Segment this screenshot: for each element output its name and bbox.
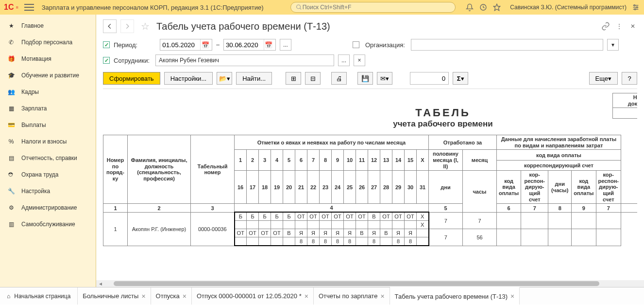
star-icon[interactable] (492, 3, 501, 12)
close-icon[interactable]: × (305, 292, 308, 300)
sidebar-item-reports[interactable]: ▤Отчетность, справки (0, 150, 96, 166)
th-paycode: код вида оплаты (497, 150, 621, 160)
sidebar-item-recruit[interactable]: ✆Подбор персонала (0, 34, 96, 51)
org-field[interactable] (413, 41, 601, 49)
org-input[interactable] (411, 39, 603, 51)
help-button[interactable]: ? (622, 72, 637, 85)
date-to-field[interactable] (226, 41, 264, 49)
link-icon[interactable] (601, 22, 610, 31)
home-tab[interactable]: ⌂ Начальная страница (0, 287, 78, 305)
sidebar-item-learning[interactable]: 🎓Обучение и развитие (0, 67, 96, 84)
th-day: 3 (259, 150, 271, 171)
calendar-icon[interactable]: 📅 (264, 39, 273, 50)
close-icon[interactable]: × (380, 292, 384, 300)
forward-button[interactable] (120, 19, 134, 33)
tab[interactable]: Отпуск 0000-000001 от 12.05.2020 *× (192, 287, 314, 305)
cell-hours (307, 221, 320, 229)
bell-icon[interactable] (465, 3, 474, 12)
org-checkbox[interactable] (353, 41, 359, 48)
cell-hours (283, 221, 295, 229)
sidebar-item-self[interactable]: ▥Самообслуживание (0, 216, 96, 233)
sidebar-item-safety[interactable]: ⛑Охрана труда (0, 166, 96, 183)
search-input[interactable] (303, 4, 451, 11)
th-day: X (417, 150, 429, 171)
global-search[interactable] (290, 2, 456, 13)
cell-mark: Я (332, 229, 344, 237)
emp-clear-button[interactable]: × (354, 54, 365, 66)
close-icon[interactable]: × (510, 292, 514, 300)
sidebar-item-salary[interactable]: ▦Зарплата (0, 100, 96, 117)
open-folder-button[interactable]: 📂▾ (217, 72, 232, 85)
sidebar-item-main[interactable]: ★Главное (0, 18, 96, 34)
doc-subtitle: учета рабочего времени (393, 119, 492, 129)
sidebar-item-label: Самообслуживание (21, 221, 75, 228)
sidebar-item-label: Главное (21, 22, 44, 29)
sidebar-item-label: Обучение и развитие (21, 72, 79, 79)
th-day: 28 (380, 171, 392, 204)
phone-icon: ✆ (7, 38, 16, 47)
sum-input[interactable] (410, 72, 449, 85)
sidebar-item-admin[interactable]: ⚙Администрирование (0, 199, 96, 216)
sidebar: ★Главное ✆Подбор персонала 🎁Мотивация 🎓О… (0, 15, 96, 287)
cell-mark: ОТ (405, 212, 417, 221)
history-icon[interactable] (479, 3, 488, 12)
close-icon[interactable]: × (141, 292, 145, 300)
sidebar-item-settings[interactable]: 🔧Настройка (0, 183, 96, 199)
sidebar-item-payments[interactable]: 💳Выплаты (0, 117, 96, 133)
settings-toggle-icon[interactable] (631, 3, 640, 12)
th-colnum: 5 (429, 204, 463, 213)
generate-button[interactable]: Сформировать (103, 72, 160, 85)
period-dialog-button[interactable]: ... (280, 39, 291, 51)
th-day: 17 (247, 171, 259, 204)
sigma-button[interactable]: Σ▾ (453, 72, 468, 85)
th-tabnum: Табельный номер (191, 135, 235, 204)
save-button[interactable]: 💾 (357, 72, 373, 85)
collapse-button[interactable]: ⊟ (305, 72, 321, 85)
settings-button[interactable]: Настройки... (164, 72, 213, 85)
cell-mark: ОТ (307, 212, 320, 221)
sidebar-item-hr[interactable]: 👥Кадры (0, 84, 96, 100)
emp-input[interactable]: Акопян Рубен Гезевич (155, 54, 334, 66)
table-row: 1 Акопян Р.Г. (Инженер) 0000-00036 Б Б Б… (103, 212, 638, 221)
tab[interactable]: Отчеты по зарплате× (314, 287, 390, 305)
print-button[interactable]: 🖨 (331, 72, 347, 85)
tab[interactable]: Больничные листы× (78, 287, 151, 305)
sidebar-item-taxes[interactable]: %Налоги и взносы (0, 133, 96, 150)
favorite-icon[interactable]: ☆ (141, 20, 150, 32)
th-payroll: Данные для начисления заработной платы п… (497, 135, 621, 150)
more-vert-icon[interactable]: ⋮ (615, 22, 624, 31)
date-to-input[interactable]: 📅 (223, 39, 276, 51)
close-icon[interactable]: ✕ (628, 22, 637, 31)
cell-half-days2: 7 (429, 229, 463, 246)
org-dropdown-button[interactable]: ▾ (607, 39, 619, 51)
tab-active[interactable]: Табель учета рабочего времени (Т-13)× (390, 287, 520, 305)
th-colnum: 6 (497, 204, 521, 213)
date-from-field[interactable] (162, 41, 200, 49)
th-day: 24 (332, 171, 344, 204)
email-button[interactable]: ✉▾ (377, 72, 392, 85)
hamburger-icon[interactable] (24, 4, 34, 11)
back-button[interactable] (103, 19, 117, 33)
svg-point-9 (634, 9, 636, 10)
filter-period-row: Период: 📅 – 📅 ... Организация: ▾ (96, 37, 644, 53)
th-days: дни (429, 171, 463, 204)
report-area[interactable]: ТАБЕЛЬ учета рабочего времени Номер доку… (103, 89, 637, 276)
cell-hours (247, 221, 259, 229)
emp-dialog-button[interactable]: ... (338, 54, 350, 66)
th-corr: корреспондирующий счет (497, 160, 621, 170)
date-from-input[interactable]: 📅 (160, 39, 212, 51)
period-checkbox[interactable] (103, 41, 110, 48)
horizontal-scrollbar[interactable]: ◂ (96, 280, 644, 287)
find-button[interactable]: Найти... (236, 72, 272, 85)
tab[interactable]: Отпуска× (151, 287, 192, 305)
gear-icon: ⚙ (7, 203, 16, 212)
expand-button[interactable]: ⊞ (286, 72, 301, 85)
calendar-icon[interactable]: 📅 (200, 39, 210, 50)
user-name[interactable]: Савинская З.Ю. (Системный программист) (510, 4, 627, 11)
th-day: 15 (405, 150, 417, 171)
tab-label: Отпуск 0000-000001 от 12.05.2020 * (197, 292, 302, 300)
close-icon[interactable]: × (183, 292, 186, 300)
more-button[interactable]: Еще ▾ (589, 72, 618, 85)
sidebar-item-motivation[interactable]: 🎁Мотивация (0, 51, 96, 67)
emp-checkbox[interactable] (103, 57, 110, 64)
